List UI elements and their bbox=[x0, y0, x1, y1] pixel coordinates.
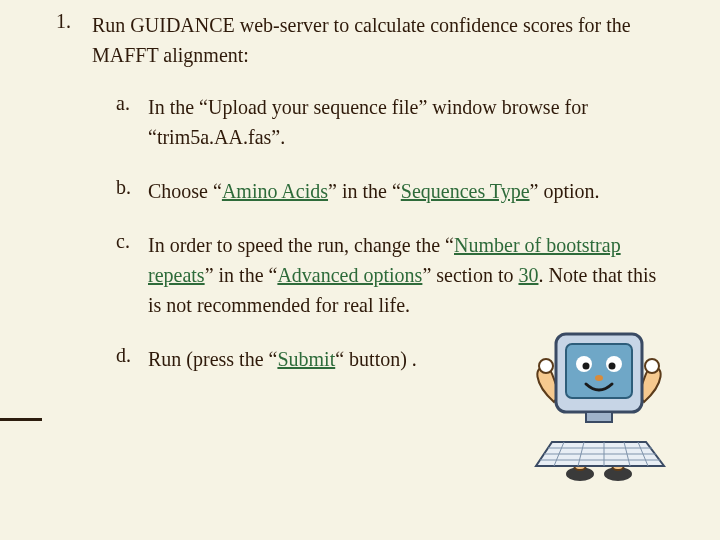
svg-point-1 bbox=[645, 359, 659, 373]
substep-d-text: Run (press the “Submit“ button) . bbox=[148, 344, 508, 374]
svg-rect-9 bbox=[586, 412, 612, 422]
keyword-30: 30 bbox=[518, 264, 538, 286]
substep-c-letter: c. bbox=[116, 230, 146, 253]
text-fragment: ” in the “ bbox=[205, 264, 278, 286]
keyword-amino-acids: Amino Acids bbox=[222, 180, 328, 202]
left-accent-bar bbox=[0, 418, 42, 421]
substep-a-text: In the “Upload your sequence file” windo… bbox=[148, 92, 668, 152]
substep-c-text: In order to speed the run, change the “N… bbox=[148, 230, 668, 320]
text-fragment: “ button) . bbox=[335, 348, 417, 370]
step-1-number: 1. bbox=[56, 10, 86, 33]
text-fragment: Run (press the “ bbox=[148, 348, 277, 370]
svg-point-7 bbox=[609, 363, 616, 370]
step-1-text: Run GUIDANCE web-server to calculate con… bbox=[92, 10, 672, 70]
text-fragment: In order to speed the run, change the “ bbox=[148, 234, 454, 256]
substep-d-letter: d. bbox=[116, 344, 146, 367]
substep-a-letter: a. bbox=[116, 92, 146, 115]
text-fragment: ” in the “ bbox=[328, 180, 401, 202]
keyword-advanced-options: Advanced options bbox=[277, 264, 422, 286]
keyword-sequences-type: Sequences Type bbox=[401, 180, 530, 202]
svg-point-0 bbox=[539, 359, 553, 373]
text-fragment: ” option. bbox=[530, 180, 600, 202]
computer-mascot-icon bbox=[524, 324, 674, 484]
svg-point-8 bbox=[595, 375, 603, 381]
substep-b-text: Choose “Amino Acids” in the “Sequences T… bbox=[148, 176, 668, 206]
text-fragment: Choose “ bbox=[148, 180, 222, 202]
substep-b-letter: b. bbox=[116, 176, 146, 199]
keyword-submit: Submit bbox=[277, 348, 335, 370]
svg-point-6 bbox=[583, 363, 590, 370]
slide: 1. Run GUIDANCE web-server to calculate … bbox=[0, 0, 720, 540]
text-fragment: ” section to bbox=[422, 264, 518, 286]
